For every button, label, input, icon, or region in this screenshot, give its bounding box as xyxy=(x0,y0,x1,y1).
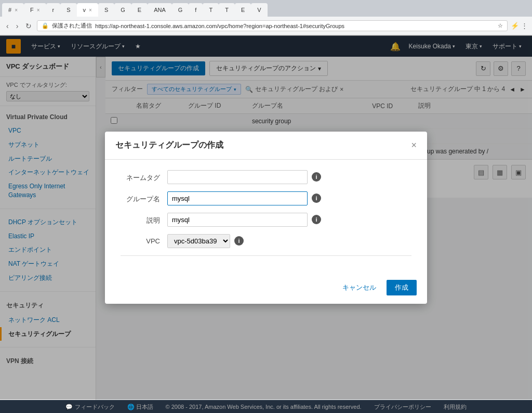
group-name-input[interactable] xyxy=(167,191,308,205)
terms-link[interactable]: 利用規約 xyxy=(444,403,467,411)
form-row-desc: 説明 i xyxy=(121,213,411,227)
modal-close-button[interactable]: × xyxy=(411,140,417,151)
group-name-wrap: i xyxy=(167,191,411,205)
browser-tab[interactable]: T xyxy=(203,3,219,17)
browser-tab[interactable]: S xyxy=(60,3,76,17)
reload-button[interactable]: ↻ xyxy=(23,21,34,31)
menu-button[interactable]: ⋮ xyxy=(521,22,528,30)
browser-tab[interactable]: E xyxy=(131,3,148,17)
create-button[interactable]: 作成 xyxy=(387,280,417,295)
create-security-group-modal: セキュリティグループの作成 × ネームタグ i グループ名 i 説明 xyxy=(105,132,427,304)
browser-tab[interactable]: #× xyxy=(2,3,24,17)
extensions-button[interactable]: ⚡ xyxy=(511,22,519,30)
modal-body: ネームタグ i グループ名 i 説明 i xyxy=(105,160,427,275)
modal-header: セキュリティグループの作成 × xyxy=(105,132,427,160)
address-text: https://ap-northeast-1.console.aws.amazo… xyxy=(95,23,495,29)
browser-tab[interactable]: T xyxy=(219,3,235,17)
modal-divider xyxy=(121,255,411,256)
name-tag-info-icon[interactable]: i xyxy=(312,172,321,182)
browser-nav: ‹ › ↻ 🔒 保護された通信 https://ap-northeast-1.c… xyxy=(0,17,532,35)
nav-icons: ⚡ ⋮ xyxy=(511,22,528,30)
vpc-wrap: vpc-5d03ba39 i xyxy=(167,234,411,248)
feedback-icon: 💬 xyxy=(65,404,73,410)
desc-label: 説明 xyxy=(121,213,167,225)
browser-tabs: #× F× r S v× S G E ANA G f T T E V xyxy=(0,0,532,17)
browser-tab[interactable]: r xyxy=(46,3,61,17)
browser-tab[interactable]: G xyxy=(172,3,189,17)
desc-wrap: i xyxy=(167,213,411,227)
cancel-button[interactable]: キャンセル xyxy=(337,280,381,295)
vpc-select-wrap: vpc-5d03ba39 xyxy=(167,234,230,248)
desc-input[interactable] xyxy=(167,213,308,227)
globe-icon: 🌐 xyxy=(127,404,135,410)
form-row-name-tag: ネームタグ i xyxy=(121,170,411,184)
group-name-label: グループ名 xyxy=(121,191,167,204)
secure-label: 保護された通信 xyxy=(52,22,92,30)
browser-chrome: #× F× r S v× S G E ANA G f T T E V ‹ › ↻… xyxy=(0,0,532,36)
browser-tab[interactable]: F× xyxy=(24,3,46,17)
name-tag-input[interactable] xyxy=(167,170,308,184)
address-bar[interactable]: 🔒 保護された通信 https://ap-northeast-1.console… xyxy=(37,20,508,31)
form-row-vpc: VPC vpc-5d03ba39 i xyxy=(121,234,411,248)
browser-tab-active[interactable]: v× xyxy=(77,3,98,17)
footer: 💬 フィードバック 🌐 日本語 © 2008 - 2017, Amazon We… xyxy=(0,400,532,413)
forward-button[interactable]: › xyxy=(14,21,21,31)
browser-tab[interactable]: ANA xyxy=(148,3,172,17)
bookmark-icon[interactable]: ☆ xyxy=(498,22,503,29)
modal-title: セキュリティグループの作成 xyxy=(115,140,223,151)
name-tag-label: ネームタグ xyxy=(121,170,167,183)
browser-tab[interactable]: f xyxy=(189,3,203,17)
lock-icon: 🔒 xyxy=(42,22,49,29)
back-button[interactable]: ‹ xyxy=(4,21,11,31)
copyright-text: © 2008 - 2017, Amazon Web Services, Inc.… xyxy=(166,404,362,410)
form-row-group-name: グループ名 i xyxy=(121,191,411,205)
vpc-label: VPC xyxy=(121,234,167,245)
modal-overlay: セキュリティグループの作成 × ネームタグ i グループ名 i 説明 xyxy=(0,35,532,399)
language-selector[interactable]: 🌐 日本語 xyxy=(127,403,153,411)
browser-tab[interactable]: S xyxy=(98,3,114,17)
vpc-select[interactable]: vpc-5d03ba39 xyxy=(167,234,230,248)
browser-tab[interactable]: E xyxy=(235,3,251,17)
feedback-button[interactable]: 💬 フィードバック xyxy=(65,403,114,411)
group-name-info-icon[interactable]: i xyxy=(312,193,321,203)
vpc-info-icon[interactable]: i xyxy=(234,236,244,246)
privacy-link[interactable]: プライバシーポリシー xyxy=(374,403,431,411)
desc-info-icon[interactable]: i xyxy=(312,215,321,224)
modal-footer: キャンセル 作成 xyxy=(105,275,427,304)
browser-tab[interactable]: G xyxy=(114,3,131,17)
browser-tab[interactable]: V xyxy=(251,3,267,17)
name-tag-wrap: i xyxy=(167,170,411,184)
